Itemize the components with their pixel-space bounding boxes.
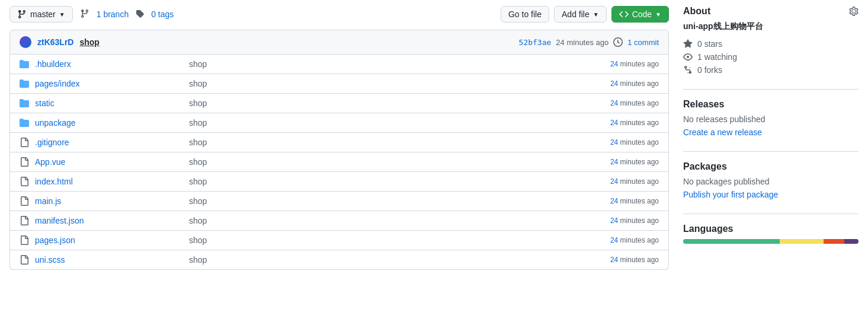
chevron-down-icon: ▼ <box>59 11 65 18</box>
add-file-chevron: ▼ <box>593 11 599 18</box>
file-icon <box>20 157 29 167</box>
file-message[interactable]: shop <box>189 157 576 167</box>
code-chevron: ▼ <box>655 11 661 18</box>
watching-count: 1 watching <box>697 52 737 62</box>
divider-3 <box>683 214 859 214</box>
table-row: .hbuilderxshop24 minutes ago <box>10 55 668 74</box>
branch-icon <box>17 9 27 19</box>
file-message[interactable]: shop <box>189 177 576 186</box>
file-table: .hbuilderxshop24 minutes agopages/indexs… <box>9 55 669 270</box>
lang-vue <box>683 239 780 244</box>
file-icon <box>20 235 29 245</box>
add-file-button[interactable]: Add file ▼ <box>554 6 607 23</box>
file-message[interactable]: shop <box>189 59 576 69</box>
no-packages-text: No packages published <box>683 177 859 186</box>
commit-history-link[interactable]: 1 commit <box>627 38 659 47</box>
publish-package-link[interactable]: Publish your first package <box>683 190 778 199</box>
file-name[interactable]: .gitignore <box>35 138 183 147</box>
lang-css <box>844 239 859 244</box>
eye-icon <box>683 52 693 62</box>
about-section: About uni-app线上购物平台 0 stars 1 watching <box>683 6 859 75</box>
file-time: 24 minutes ago <box>582 158 659 166</box>
file-icon <box>20 216 29 225</box>
create-release-link[interactable]: Create a new release <box>683 128 762 137</box>
table-row: pages.jsonshop24 minutes ago <box>10 231 668 250</box>
file-name[interactable]: pages.json <box>35 235 183 245</box>
file-time: 24 minutes ago <box>582 236 659 244</box>
commit-right: 52bf3ae 24 minutes ago 1 commit <box>519 37 659 47</box>
file-message[interactable]: shop <box>189 98 576 108</box>
toolbar-right: Go to file Add file ▼ Code ▼ <box>501 6 669 23</box>
file-time: 24 minutes ago <box>582 256 659 264</box>
commit-message[interactable]: shop <box>79 37 99 47</box>
table-row: index.htmlshop24 minutes ago <box>10 172 668 192</box>
file-message[interactable]: shop <box>189 235 576 245</box>
branch-selector[interactable]: master ▼ <box>9 6 73 23</box>
file-name[interactable]: main.js <box>35 196 183 206</box>
table-row: pages/indexshop24 minutes ago <box>10 74 668 94</box>
star-icon <box>683 39 693 49</box>
table-row: manifest.jsonshop24 minutes ago <box>10 211 668 231</box>
file-message[interactable]: shop <box>189 196 576 206</box>
folder-icon <box>20 79 29 88</box>
branch-name: master <box>30 9 56 19</box>
commit-bar: ztK63LrD shop 52bf3ae 24 minutes ago 1 c… <box>9 30 669 55</box>
tag-count-link[interactable]: 0 tags <box>151 9 174 19</box>
divider-1 <box>683 89 859 90</box>
table-row: App.vueshop24 minutes ago <box>10 152 668 172</box>
file-name[interactable]: static <box>35 98 183 108</box>
tag-icon <box>136 9 144 20</box>
language-bar <box>683 239 859 244</box>
file-name[interactable]: index.html <box>35 177 183 186</box>
file-message[interactable]: shop <box>189 138 576 147</box>
file-message[interactable]: shop <box>189 255 576 265</box>
file-name[interactable]: App.vue <box>35 157 183 167</box>
about-title: About <box>683 6 859 17</box>
file-table-wrapper: ztK63LrD shop 52bf3ae 24 minutes ago 1 c… <box>9 30 669 270</box>
branch-icon2 <box>80 9 89 20</box>
forks-stat: 0 forks <box>683 65 859 75</box>
commit-user[interactable]: ztK63LrD <box>37 37 73 47</box>
add-file-label: Add file <box>562 9 590 19</box>
file-icon <box>20 138 29 147</box>
file-message[interactable]: shop <box>189 216 576 225</box>
commit-left: ztK63LrD shop <box>20 36 100 48</box>
file-icon <box>20 255 29 265</box>
languages-title: Languages <box>683 224 859 234</box>
code-icon <box>619 9 629 19</box>
file-name[interactable]: manifest.json <box>35 216 183 225</box>
clock-icon <box>613 37 623 47</box>
table-row: staticshop24 minutes ago <box>10 94 668 113</box>
file-time: 24 minutes ago <box>582 138 659 147</box>
table-row: uni.scssshop24 minutes ago <box>10 250 668 269</box>
divider-2 <box>683 151 859 152</box>
file-message[interactable]: shop <box>189 79 576 88</box>
branch-count-link[interactable]: 1 branch <box>97 9 129 19</box>
file-time: 24 minutes ago <box>582 99 659 107</box>
avatar <box>20 36 31 48</box>
packages-title: Packages <box>683 161 859 172</box>
releases-title: Releases <box>683 99 859 110</box>
file-name[interactable]: pages/index <box>35 79 183 88</box>
file-time: 24 minutes ago <box>582 60 659 68</box>
fork-icon <box>683 65 693 75</box>
file-name[interactable]: unpackage <box>35 118 183 128</box>
forks-count: 0 forks <box>697 65 722 75</box>
file-name[interactable]: uni.scss <box>35 255 183 265</box>
no-releases-text: No releases published <box>683 114 859 124</box>
file-name[interactable]: .hbuilderx <box>35 59 183 69</box>
stars-count: 0 stars <box>697 39 722 49</box>
code-button[interactable]: Code ▼ <box>611 6 669 23</box>
stars-stat: 0 stars <box>683 39 859 49</box>
lang-html <box>824 239 845 244</box>
file-message[interactable]: shop <box>189 118 576 128</box>
main-content: master ▼ 1 branch 0 tags Go to file A <box>9 6 669 270</box>
folder-icon <box>20 98 29 108</box>
gear-icon[interactable] <box>849 7 859 16</box>
folder-icon <box>20 59 29 69</box>
file-time: 24 minutes ago <box>582 119 659 127</box>
table-row: unpackageshop24 minutes ago <box>10 113 668 133</box>
goto-file-button[interactable]: Go to file <box>501 6 549 23</box>
commit-sha[interactable]: 52bf3ae <box>519 38 552 47</box>
folder-icon <box>20 118 29 128</box>
